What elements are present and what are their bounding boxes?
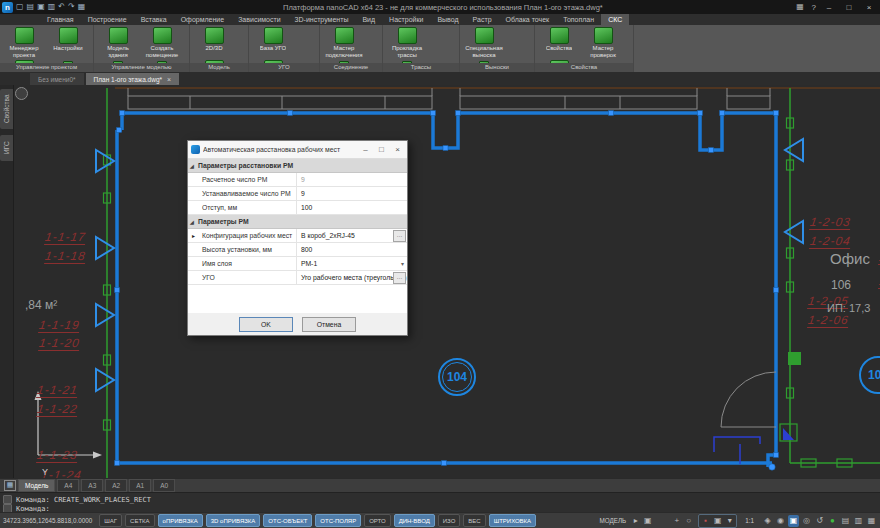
layout-tab[interactable]: A0 — [153, 479, 175, 492]
ribbon-tab[interactable]: Растр — [466, 14, 499, 25]
save-icon[interactable]: ▣ — [37, 1, 45, 13]
ribbon-button[interactable]: Менеджер проекта — [3, 27, 45, 58]
ribbon-tab[interactable]: Вид — [355, 14, 382, 25]
layers-state-icon[interactable]: ▤ — [840, 515, 851, 527]
ribbon-button[interactable]: База УГО — [252, 27, 294, 58]
section-collapse-icon[interactable]: ◢ — [190, 163, 194, 169]
ribbon-tab[interactable]: Построение — [81, 14, 134, 25]
ribbon-button[interactable]: Мастер подключения — [323, 27, 365, 58]
room-label: 106 — [831, 279, 851, 292]
layout-tab[interactable]: A4 — [57, 479, 79, 492]
ribbon-tab[interactable]: Топоплан — [556, 14, 601, 25]
bulb-icon[interactable]: ○ — [683, 515, 694, 527]
close-tab-icon[interactable]: × — [167, 76, 171, 83]
recent-doc-icon[interactable]: ▦ — [78, 1, 86, 13]
property-value-field[interactable]: Уго рабочего места (треугольник) … ▾ — [296, 271, 407, 284]
status-toggle[interactable]: СЕТКА — [125, 514, 155, 527]
document-tab[interactable]: План 1-ого этажа.dwg*× — [86, 73, 180, 85]
undo-icon[interactable]: ↶ — [58, 1, 65, 13]
ribbon-button[interactable]: 2D/3D — [193, 27, 235, 58]
ribbon-tab[interactable]: Настройки — [382, 14, 430, 25]
ribbon-tab[interactable]: Вставка — [134, 14, 174, 25]
browse-button[interactable]: … — [393, 230, 406, 242]
browse-button[interactable]: … — [393, 272, 406, 284]
status-toggle[interactable]: ОРТО — [364, 514, 390, 527]
ribbon-button[interactable]: Свойства — [538, 27, 580, 58]
command-line-row[interactable]: Команда: CREATE_WORK_PLACES_RECT — [0, 495, 880, 504]
layout-tab[interactable]: A3 — [81, 479, 103, 492]
status-toggle[interactable]: ОТС-ПОЛЯР — [315, 514, 361, 527]
status-toggle[interactable]: оПРИВЯЗКА — [158, 514, 203, 527]
dialog-minimize-button[interactable]: – — [359, 145, 372, 154]
fullscreen-icon[interactable]: ▦ — [866, 515, 877, 527]
ribbon-button[interactable]: Настройки — [47, 27, 89, 58]
zoom-extents-icon[interactable]: ◎ — [801, 515, 812, 527]
ribbon-tab[interactable]: Оформление — [174, 14, 231, 25]
ribbon-tab[interactable]: Облака точек — [499, 14, 557, 25]
open-file-icon[interactable]: ▤ — [27, 1, 35, 13]
ribbon-button[interactable]: Создать помещение — [141, 27, 183, 58]
dialog-maximize-button[interactable]: □ — [375, 145, 388, 154]
status-toggle[interactable]: ИЗО — [438, 514, 461, 527]
layout-tab[interactable]: A1 — [129, 479, 151, 492]
help-button[interactable]: ? — [812, 3, 816, 12]
lock-ui-toggle[interactable]: ▪ — [700, 515, 711, 527]
property-value-field[interactable]: 9 … ▾ — [296, 173, 407, 186]
annotation-scale[interactable]: 1:1 — [745, 517, 754, 524]
plot-icon[interactable]: ▥ — [48, 1, 56, 13]
view-switch-icon[interactable]: ▦ — [795, 1, 806, 13]
new-file-icon[interactable]: ▢ — [16, 1, 24, 13]
layout-tab[interactable]: A2 — [105, 479, 127, 492]
minimize-button[interactable]: – — [822, 3, 836, 12]
document-tab[interactable]: Без имени0*× — [30, 73, 84, 85]
status-toggle[interactable]: ШАГ — [99, 514, 122, 527]
ribbon-tab[interactable]: Вывод — [430, 14, 465, 25]
refresh-icon[interactable]: ● — [827, 515, 838, 527]
property-value-field[interactable]: В короб_2хRJ-45 … ▾ — [296, 229, 407, 242]
ribbon-button[interactable]: Мастер проверок — [582, 27, 624, 58]
dialog-title-bar[interactable]: Автоматическая расстановка рабочих мест … — [188, 141, 407, 159]
ribbon-button[interactable]: Модель здания — [97, 27, 139, 58]
pan-hand-icon[interactable]: ◈ — [762, 515, 773, 527]
dialog-close-button[interactable]: × — [391, 145, 404, 154]
property-value-field[interactable]: РМ-1 … ▾ — [296, 257, 407, 270]
status-toggle[interactable]: ШТРИХОВКА — [489, 514, 536, 527]
ribbon-tab[interactable]: 3D-инструменты — [288, 14, 356, 25]
orbit-icon[interactable]: ↺ — [814, 515, 825, 527]
ribbon-tab[interactable]: Зависимости — [231, 14, 287, 25]
property-value-field[interactable]: 800 … ▾ — [296, 243, 407, 256]
layout-tab[interactable]: Модель — [18, 479, 55, 492]
dynamic-ucs-toggle[interactable]: ▾ — [724, 515, 735, 527]
property-value-field[interactable]: 9 … ▾ — [296, 187, 407, 200]
property-value-field[interactable]: 100 … ▾ — [296, 201, 407, 214]
side-panel-tab[interactable]: Свойства — [0, 89, 13, 129]
ribbon-tab[interactable]: Главная — [40, 14, 81, 25]
dropdown-arrow-icon[interactable]: ▾ — [401, 260, 404, 267]
zoom-realtime-icon[interactable]: ◉ — [775, 515, 786, 527]
status-toggle[interactable]: ВЕС — [463, 514, 485, 527]
ok-button[interactable]: OK — [239, 317, 293, 332]
layout-list-icon[interactable]: ▦ — [4, 480, 16, 491]
ribbon-button[interactable]: Прокладка трассы — [386, 27, 428, 58]
maximize-button[interactable]: □ — [842, 3, 856, 12]
room-number-bubble: 104 — [438, 358, 476, 396]
section-collapse-icon[interactable]: ◢ — [190, 219, 194, 225]
model-space-icon[interactable]: ▸ — [630, 515, 641, 527]
status-toggle[interactable]: ОТС-ОБЪЕКТ — [263, 514, 312, 527]
status-toggle[interactable]: ДИН-ВВОД — [394, 514, 435, 527]
model-space-label[interactable]: МОДЕЛЬ — [600, 517, 627, 524]
ribbon-button[interactable]: Специальная выноска — [463, 27, 505, 58]
folder-icon[interactable]: ▥ — [853, 515, 864, 527]
zoom-window-icon[interactable]: ▣ — [788, 515, 799, 527]
close-button[interactable]: × — [862, 3, 876, 12]
redo-icon[interactable]: ↷ — [68, 1, 75, 13]
status-toggle[interactable]: 3D оПРИВЯЗКА — [206, 514, 261, 527]
selection-cycling-toggle[interactable]: ▣ — [712, 515, 723, 527]
ribbon-tab[interactable]: СКС — [601, 14, 629, 25]
drawing-canvas[interactable]: 1-1-171-1-181-1-191-1-201-1-211-1-221-1-… — [13, 85, 880, 478]
cursor-snap-icon[interactable]: + — [671, 515, 682, 527]
sheet-icon[interactable]: ▣ — [642, 515, 653, 527]
tool-icon — [550, 27, 569, 44]
side-panel-tab[interactable]: ИГС — [0, 135, 13, 161]
cancel-button[interactable]: Отмена — [302, 317, 356, 332]
